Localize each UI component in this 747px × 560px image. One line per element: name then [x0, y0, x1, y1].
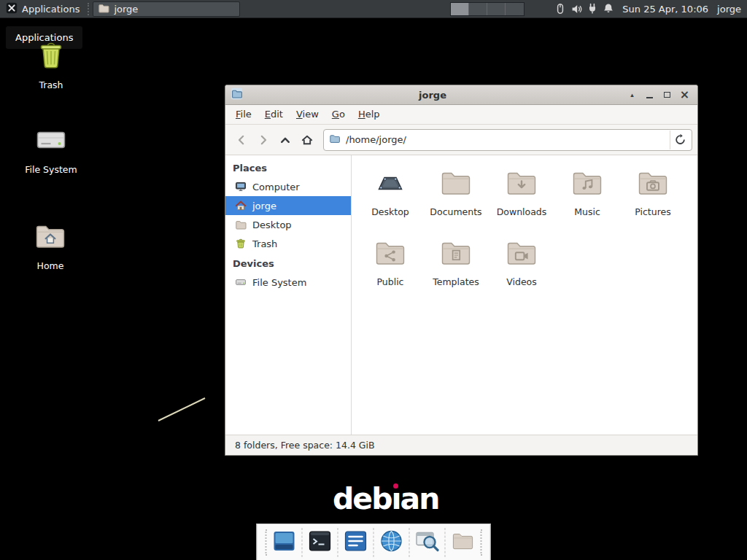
path-input[interactable] [341, 133, 667, 146]
window-icon [231, 88, 243, 103]
xfce-logo-icon [6, 2, 18, 16]
debian-red-dot [393, 483, 398, 489]
file-item-label: Pictures [635, 206, 671, 217]
sidebar-item-label: Trash [252, 238, 277, 249]
menu-file[interactable]: File [229, 105, 258, 124]
menu-edit[interactable]: Edit [258, 105, 290, 124]
folder-pictures-icon [635, 166, 670, 203]
computer-icon [235, 181, 247, 192]
sidebar-item-jorge[interactable]: jorge [225, 196, 351, 215]
file-item-label: Downloads [497, 206, 547, 217]
folder-templates-icon [438, 236, 473, 273]
clock[interactable]: Sun 25 Apr, 10:06 [622, 4, 708, 15]
dock-separator [409, 528, 410, 557]
taskbar-window-button[interactable]: jorge [93, 1, 240, 17]
file-item-templates[interactable]: Templates [423, 233, 489, 303]
window-titlebar[interactable]: jorge ▴ × [225, 85, 697, 105]
file-item-label: Music [574, 206, 600, 217]
home-icon [235, 200, 247, 211]
minimize-button[interactable] [642, 88, 657, 103]
file-item-label: Documents [430, 206, 481, 217]
menu-view[interactable]: View [290, 105, 325, 124]
sidebar-item-desktop[interactable]: Desktop [225, 215, 351, 234]
file-item-label: Videos [506, 276, 537, 287]
dock-separator [445, 528, 446, 557]
workspace-1[interactable] [451, 3, 469, 15]
back-button[interactable] [231, 129, 252, 151]
dock-launcher-window[interactable] [269, 527, 300, 558]
minimize-icon [646, 97, 653, 98]
trash-icon [235, 238, 247, 249]
panel-separator [88, 3, 89, 15]
menu-go[interactable]: Go [325, 105, 352, 124]
home-button[interactable] [296, 129, 318, 151]
globe-icon [379, 529, 404, 556]
debian-logo-text: an [400, 481, 439, 516]
file-item-videos[interactable]: Videos [489, 233, 554, 303]
sidebar-item-label: Desktop [252, 219, 292, 230]
file-item-label: Desktop [371, 206, 409, 217]
desktop-icon-trash[interactable]: Trash [20, 38, 82, 90]
maximize-button[interactable] [659, 88, 675, 103]
file-item-pictures[interactable]: Pictures [620, 163, 686, 233]
status-bar: 8 folders, Free space: 14.4 GiB [225, 435, 697, 455]
file-item-public[interactable]: Public [357, 233, 423, 303]
workspace-4[interactable] [506, 3, 524, 15]
desktop-icon-label: Home [37, 260, 64, 271]
shade-button[interactable]: ▴ [624, 88, 640, 103]
menu-help[interactable]: Help [352, 105, 387, 124]
file-item-desktop[interactable]: Desktop [357, 163, 423, 233]
reload-button[interactable] [670, 131, 689, 149]
file-item-label: Public [377, 276, 404, 287]
desktop-icon-home[interactable]: Home [20, 219, 81, 271]
power-plug-icon[interactable] [584, 1, 600, 17]
notifications-bell-icon[interactable] [600, 1, 616, 17]
workspace-3[interactable] [487, 3, 506, 15]
file-item-documents[interactable]: Documents [423, 163, 489, 233]
workspace-2[interactable] [469, 3, 487, 15]
list-icon [344, 529, 368, 556]
debian-logo-text: deb [333, 481, 392, 516]
file-item-downloads[interactable]: Downloads [489, 163, 554, 233]
file-grid[interactable]: DesktopDocumentsDownloadsMusicPicturesPu… [352, 155, 697, 435]
folder-icon [438, 166, 473, 203]
up-button[interactable] [274, 129, 296, 151]
file-item-music[interactable]: Music [554, 163, 620, 233]
sidebar-item-trash[interactable]: Trash [225, 234, 351, 253]
file-item-label: Templates [433, 276, 479, 287]
drive-icon [235, 276, 247, 288]
sidebar-item-computer[interactable]: Computer [225, 177, 351, 196]
dock-separator [338, 528, 338, 557]
applications-menu-button[interactable]: Applications [0, 0, 85, 18]
drive-icon [34, 122, 69, 160]
dock-handle [481, 529, 482, 556]
dock-launcher-globe[interactable] [376, 527, 407, 558]
tray-mouse-icon[interactable] [552, 1, 568, 17]
status-text: 8 folders, Free space: 14.4 GiB [235, 440, 375, 451]
dock-separator [302, 528, 303, 557]
forward-button[interactable] [252, 129, 274, 151]
workspace-switcher[interactable] [450, 2, 525, 16]
sidebar-item-file-system[interactable]: File System [225, 273, 351, 292]
dock-launcher-terminal[interactable] [305, 527, 336, 558]
taskbar-window-label: jorge [114, 4, 138, 15]
shade-icon: ▴ [630, 92, 634, 98]
magnifier-icon [415, 529, 440, 556]
sidebar-header-devices: Devices [225, 253, 351, 273]
close-button[interactable]: × [677, 88, 692, 103]
dock-launcher-magnifier[interactable] [412, 527, 443, 558]
desktop-icon-file-system[interactable]: File System [20, 122, 82, 175]
desktop-background[interactable]: Applications jorge Sun 25 Apr, 10:06 [0, 0, 747, 560]
volume-icon[interactable] [568, 1, 584, 17]
debian-logo: debıan [333, 481, 438, 516]
window-content: PlacesComputerjorgeDesktopTrashDevicesFi… [225, 155, 697, 435]
path-entry[interactable] [323, 129, 692, 151]
folder-icon [98, 2, 109, 16]
desktop-icon-label: Trash [39, 79, 63, 90]
sidebar-header-places: Places [225, 158, 351, 177]
dock-launcher-list[interactable] [341, 527, 371, 558]
dock-launcher-folder[interactable] [448, 527, 479, 558]
panel-username[interactable]: jorge [717, 4, 741, 15]
desktop-icon-label: File System [25, 164, 77, 175]
folder-videos-icon [504, 236, 539, 273]
